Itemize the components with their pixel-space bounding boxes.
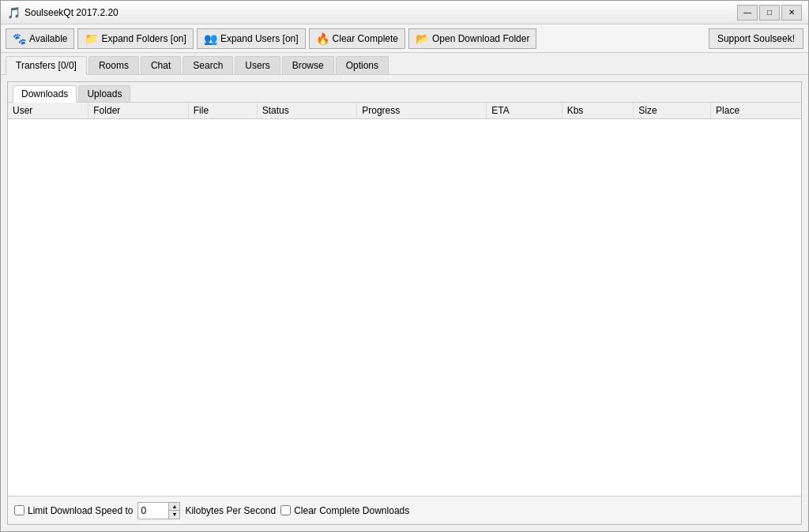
clear-complete-button[interactable]: 🔥 Clear Complete (309, 28, 405, 49)
expand-users-icon: 👥 (204, 32, 217, 45)
window-title: SoulseekQt 2017.2.20 (24, 7, 119, 18)
spinner-up-button[interactable]: ▲ (168, 503, 179, 511)
main-content: Downloads Uploads User Folder File Statu… (1, 75, 808, 531)
table-header-row: User Folder File Status Progress ETA Kbs… (8, 103, 801, 119)
col-status[interactable]: Status (257, 103, 356, 119)
limit-speed-label: Limit Download Speed to (28, 505, 133, 516)
expand-folders-button[interactable]: 📁 Expand Folders [on] (77, 28, 193, 49)
expand-users-button[interactable]: 👥 Expand Users [on] (197, 28, 306, 49)
bottom-bar: Limit Download Speed to ▲ ▼ Kilobytes Pe… (8, 496, 801, 524)
available-button[interactable]: 🐾 Available (6, 28, 74, 49)
nav-tabs: Transfers [0/0] Rooms Chat Search Users … (1, 53, 808, 75)
tab-uploads[interactable]: Uploads (78, 85, 130, 102)
open-folder-icon: 📂 (416, 32, 429, 45)
clear-complete-checkbox[interactable] (280, 505, 291, 515)
title-bar-controls: — □ ✕ (737, 5, 802, 21)
transfers-table: User Folder File Status Progress ETA Kbs… (8, 103, 801, 119)
col-place[interactable]: Place (711, 103, 801, 119)
tab-search[interactable]: Search (182, 56, 233, 74)
tab-chat[interactable]: Chat (141, 56, 181, 74)
speed-input-spinner[interactable]: ▲ ▼ (137, 502, 180, 519)
clear-complete-downloads-label: Clear Complete Downloads (294, 505, 409, 516)
limit-speed-checkbox[interactable] (14, 505, 24, 515)
spinner-down-button[interactable]: ▼ (168, 511, 179, 519)
spinners: ▲ ▼ (168, 503, 179, 519)
sub-tabs: Downloads Uploads (8, 82, 801, 103)
toolbar: 🐾 Available 📁 Expand Folders [on] 👥 Expa… (1, 24, 808, 53)
main-window: 🎵 SoulseekQt 2017.2.20 — □ ✕ 🐾 Available… (0, 0, 809, 532)
tab-options[interactable]: Options (336, 56, 389, 74)
toolbar-right: Support Soulseek! (709, 28, 803, 49)
expand-users-label: Expand Users [on] (220, 33, 299, 44)
col-size[interactable]: Size (634, 103, 711, 119)
title-bar: 🎵 SoulseekQt 2017.2.20 — □ ✕ (1, 1, 808, 24)
support-button[interactable]: Support Soulseek! (709, 28, 803, 49)
col-kbs[interactable]: Kbs (562, 103, 634, 119)
col-progress[interactable]: Progress (357, 103, 487, 119)
col-eta[interactable]: ETA (487, 103, 562, 119)
tab-downloads[interactable]: Downloads (13, 85, 77, 103)
col-user[interactable]: User (8, 103, 88, 119)
open-download-folder-button[interactable]: 📂 Open Download Folder (408, 28, 536, 49)
minimize-button[interactable]: — (737, 5, 758, 21)
col-file[interactable]: File (188, 103, 257, 119)
available-icon: 🐾 (13, 32, 26, 45)
kbs-label: Kilobytes Per Second (185, 505, 276, 516)
clear-complete-icon: 🔥 (316, 32, 329, 45)
clear-complete-label: Clear Complete (333, 33, 398, 44)
tab-rooms[interactable]: Rooms (88, 56, 139, 74)
maximize-button[interactable]: □ (759, 5, 780, 21)
tab-transfers[interactable]: Transfers [0/0] (6, 56, 87, 75)
available-label: Available (29, 33, 67, 44)
title-bar-left: 🎵 SoulseekQt 2017.2.20 (7, 6, 119, 19)
col-folder[interactable]: Folder (88, 103, 188, 119)
tab-browse[interactable]: Browse (282, 56, 334, 74)
close-button[interactable]: ✕ (781, 5, 802, 21)
expand-folders-icon: 📁 (85, 32, 98, 45)
app-icon: 🎵 (7, 6, 20, 19)
transfers-table-container[interactable]: User Folder File Status Progress ETA Kbs… (8, 103, 801, 496)
speed-input[interactable] (138, 503, 168, 519)
open-download-label: Open Download Folder (432, 33, 529, 44)
limit-speed-checkbox-container: Limit Download Speed to (14, 505, 133, 516)
clear-complete-checkbox-container: Clear Complete Downloads (280, 505, 409, 516)
expand-folders-label: Expand Folders [on] (101, 33, 186, 44)
content-panel: Downloads Uploads User Folder File Statu… (7, 81, 802, 525)
tab-users[interactable]: Users (235, 56, 280, 74)
